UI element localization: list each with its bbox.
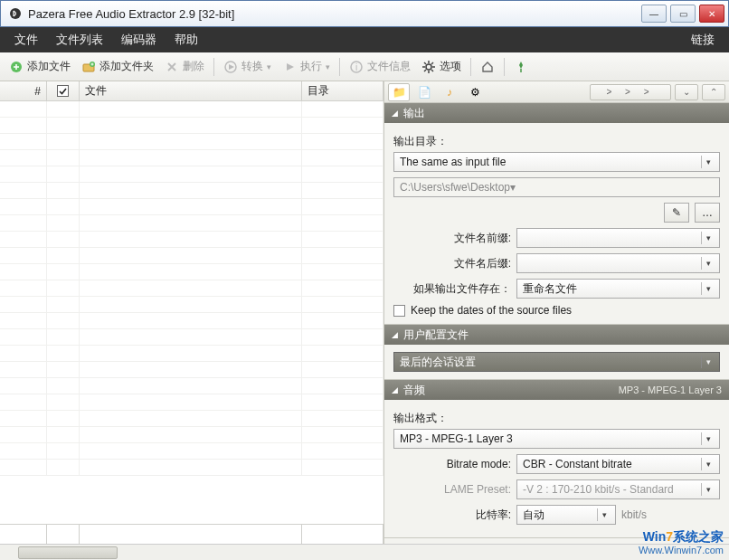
output-dir-mode-value: The same as input file — [400, 156, 506, 168]
chevron-down-icon: ⌄ — [683, 87, 690, 97]
chevron-down-icon: ▾ — [701, 282, 715, 295]
horizontal-scrollbar[interactable] — [0, 544, 729, 560]
add-files-label: 添加文件 — [27, 59, 71, 74]
menu-links[interactable]: 链接 — [682, 28, 724, 52]
maximize-button[interactable]: ▭ — [670, 5, 696, 23]
lame-preset-value: -V 2 : 170-210 kbit/s - Standard — [523, 483, 674, 496]
file-info-label: 文件信息 — [367, 59, 411, 74]
home-icon — [480, 60, 495, 74]
section-output: ◢ 输出 输出目录： The same as input file ▾ C:\U… — [384, 103, 729, 325]
col-file[interactable]: 文件 — [80, 81, 302, 100]
scroll-up-button[interactable]: ⌃ — [702, 84, 725, 100]
section-profiles: ◢ 用户配置文件 最后的会话设置 ▾ — [384, 325, 729, 380]
section-profiles-header[interactable]: ◢ 用户配置文件 — [384, 325, 729, 345]
edit-path-button[interactable]: ✎ — [664, 203, 689, 223]
bitrate-mode-value: CBR - Constant bitrate — [523, 458, 632, 470]
toolbar: 添加文件 添加文件夹 删除 转换 ▾ 执行 ▾ i 文件信息 选项 — [0, 52, 729, 81]
file-list-summary — [0, 524, 383, 544]
minimize-button[interactable]: ― — [641, 5, 667, 23]
expand-all-button[interactable]: > > > — [590, 84, 671, 100]
chevron-down-icon: ▾ — [326, 62, 330, 71]
collapse-triangle-icon: ◢ — [392, 385, 398, 394]
lame-preset-select[interactable]: -V 2 : 170-210 kbit/s - Standard ▾ — [516, 479, 720, 499]
bitrate-select[interactable]: 自动 ▾ — [516, 505, 616, 525]
section-audio-title: 音频 — [403, 383, 425, 398]
out-format-value: MP3 - MPEG-1 Layer 3 — [400, 432, 513, 445]
file-list-panel: # 文件 目录 — [0, 81, 384, 544]
chevron-down-icon: ▾ — [510, 181, 516, 194]
section-profiles-title: 用户配置文件 — [403, 327, 469, 343]
chevron-down-icon: ▾ — [701, 483, 715, 496]
output-dir-path[interactable]: C:\Users\sfwe\Desktop ▾ — [393, 177, 720, 197]
pin-icon — [514, 60, 528, 74]
file-info-button[interactable]: i 文件信息 — [344, 56, 416, 77]
add-folder-label: 添加文件夹 — [99, 59, 154, 74]
svg-marker-6 — [287, 63, 294, 71]
delete-button[interactable]: 删除 — [159, 56, 210, 77]
chevron-down-icon: ▾ — [701, 257, 715, 270]
svg-line-15 — [431, 70, 433, 71]
exists-value: 重命名文件 — [523, 281, 577, 297]
music-note-icon: ♪ — [447, 86, 452, 99]
tab-document[interactable]: 📄 — [413, 83, 435, 101]
convert-label: 转换 — [241, 59, 263, 74]
menu-file[interactable]: 文件 — [5, 28, 47, 52]
add-folder-button[interactable]: 添加文件夹 — [76, 56, 159, 77]
svg-rect-19 — [58, 86, 69, 97]
pin-button[interactable] — [508, 57, 534, 77]
svg-marker-5 — [229, 64, 234, 70]
bitrate-value: 自动 — [523, 508, 544, 523]
section-output-header[interactable]: ◢ 输出 — [384, 103, 729, 123]
tab-audio[interactable]: ♪ — [439, 83, 460, 101]
collapse-triangle-icon: ◢ — [392, 109, 398, 118]
lame-preset-label: LAME Preset: — [393, 483, 511, 496]
home-button[interactable] — [475, 57, 500, 77]
section-audio: ◢ 音频 MP3 - MPEG-1 Layer 3 输出格式： MP3 - MP… — [384, 380, 729, 538]
out-format-label: 输出格式： — [393, 411, 720, 426]
tab-settings[interactable]: ⚙ — [464, 83, 486, 101]
chevron-down-icon: ▾ — [597, 508, 611, 521]
keep-dates-checkbox[interactable] — [393, 305, 405, 317]
chevron-down-icon: ▾ — [701, 356, 715, 368]
settings-panel: 📁 📄 ♪ ⚙ > > > ⌄ ⌃ ◢ 输出 输出目录： The same as… — [384, 81, 729, 544]
tab-folder[interactable]: 📁 — [388, 83, 410, 101]
execute-button[interactable]: 执行 ▾ — [277, 56, 336, 77]
col-number[interactable]: # — [0, 81, 47, 100]
execute-icon — [282, 60, 297, 74]
file-list-body[interactable] — [0, 101, 383, 524]
browse-path-button[interactable]: … — [695, 203, 720, 223]
bitrate-mode-select[interactable]: CBR - Constant bitrate ▾ — [516, 454, 720, 474]
exists-select[interactable]: 重命名文件 ▾ — [516, 279, 720, 299]
options-button[interactable]: 选项 — [416, 56, 467, 77]
suffix-select[interactable]: ▾ — [516, 253, 720, 273]
convert-icon — [223, 60, 238, 74]
section-audio-tail: MP3 - MPEG-1 Layer 3 — [619, 384, 722, 395]
profile-select[interactable]: 最后的会话设置 ▾ — [393, 352, 720, 372]
right-tab-strip: 📁 📄 ♪ ⚙ > > > ⌄ ⌃ — [384, 81, 729, 103]
folder-icon: 📁 — [393, 86, 406, 99]
convert-button[interactable]: 转换 ▾ — [218, 56, 277, 77]
scrollbar-thumb[interactable] — [18, 546, 118, 559]
chevron-down-icon: ▾ — [701, 156, 715, 168]
add-files-button[interactable]: 添加文件 — [4, 56, 76, 77]
menu-help[interactable]: 帮助 — [166, 28, 207, 52]
svg-line-17 — [424, 70, 426, 71]
out-format-select[interactable]: MP3 - MPEG-1 Layer 3 ▾ — [393, 429, 720, 449]
chevron-down-icon: ▾ — [701, 458, 715, 470]
section-output-title: 输出 — [403, 106, 425, 121]
menu-filelist[interactable]: 文件列表 — [47, 28, 112, 52]
col-dir[interactable]: 目录 — [302, 81, 383, 100]
col-checkbox[interactable] — [47, 81, 80, 100]
delete-label: 删除 — [183, 59, 204, 74]
collapse-button[interactable]: ⌄ — [675, 84, 698, 100]
section-audio-header[interactable]: ◢ 音频 MP3 - MPEG-1 Layer 3 — [384, 380, 729, 400]
menu-encoder[interactable]: 编码器 — [112, 28, 166, 52]
window-titlebar: Pazera Free Audio Extractor 2.9 [32-bit]… — [0, 0, 729, 27]
options-label: 选项 — [440, 59, 461, 74]
prefix-select[interactable]: ▾ — [516, 228, 720, 248]
output-dir-mode-select[interactable]: The same as input file ▾ — [393, 152, 720, 172]
chevron-down-icon: ▾ — [701, 232, 715, 244]
close-button[interactable]: ✕ — [699, 5, 724, 23]
menu-bar: 文件 文件列表 编码器 帮助 链接 — [0, 27, 729, 52]
output-dir-path-value: C:\Users\sfwe\Desktop — [400, 181, 510, 194]
